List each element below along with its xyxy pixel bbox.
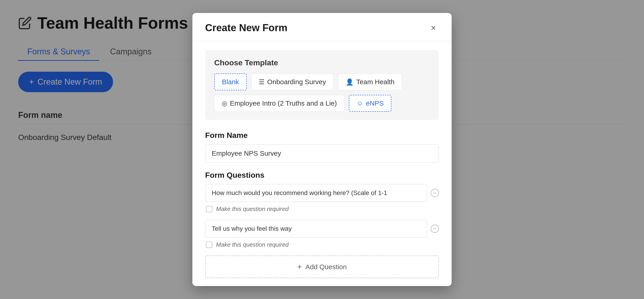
minus-circle-icon-2: − <box>431 225 439 233</box>
template-options: Blank ☰ Onboarding Survey 👤 Team Health … <box>214 74 430 112</box>
list-icon: ☰ <box>259 78 264 86</box>
modal-close-button[interactable]: × <box>428 22 439 33</box>
add-question-button[interactable]: + Add Question <box>205 255 439 278</box>
question-1-row: − <box>205 184 439 202</box>
form-name-input[interactable] <box>205 144 439 162</box>
modal-title: Create New Form <box>205 22 288 34</box>
template-employeeintro-button[interactable]: ◎ Employee Intro (2 Truths and a Lie) <box>214 95 344 112</box>
form-questions-label: Form Questions <box>205 171 439 180</box>
blank-label: Blank <box>222 78 239 86</box>
add-question-label: Add Question <box>306 263 347 271</box>
modal-header: Create New Form × <box>192 13 452 41</box>
question-1-input[interactable] <box>205 184 427 202</box>
enps-label: eNPS <box>366 99 384 107</box>
question-1-remove-button[interactable]: − <box>431 189 439 197</box>
question-1-group: − Make this question required <box>205 184 439 212</box>
employeeintro-label: Employee Intro (2 Truths and a Lie) <box>230 99 337 107</box>
create-form-modal: Create New Form × Choose Template Blank … <box>192 13 452 286</box>
template-enps-button[interactable]: ☺ eNPS <box>349 95 391 112</box>
minus-circle-icon: − <box>431 189 439 197</box>
teamhealth-label: Team Health <box>356 78 394 86</box>
template-onboarding-button[interactable]: ☰ Onboarding Survey <box>251 74 334 90</box>
question-2-input[interactable] <box>205 220 427 237</box>
template-blank-button[interactable]: Blank <box>214 74 247 90</box>
add-icon: + <box>297 262 302 271</box>
template-label: Choose Template <box>214 58 430 67</box>
smiley-icon: ☺ <box>356 100 363 107</box>
question-2-required-label: Make this question required <box>216 241 288 248</box>
form-name-section: Form Name <box>205 131 439 171</box>
question-2-group: − Make this question required <box>205 220 439 248</box>
question-2-remove-button[interactable]: − <box>431 225 439 233</box>
question-2-required-checkbox[interactable] <box>206 242 212 248</box>
question-1-required-checkbox[interactable] <box>206 206 212 212</box>
person-icon: 👤 <box>346 78 354 86</box>
modal-overlay: Create New Form × Choose Template Blank … <box>0 0 644 299</box>
template-teamhealth-button[interactable]: 👤 Team Health <box>338 74 402 90</box>
modal-body: Choose Template Blank ☰ Onboarding Surve… <box>192 41 452 286</box>
question-2-required-row: Make this question required <box>206 241 439 248</box>
circle-q-icon: ◎ <box>222 100 227 107</box>
onboarding-label: Onboarding Survey <box>267 78 326 86</box>
question-2-row: − <box>205 220 439 237</box>
form-name-label: Form Name <box>205 131 439 140</box>
question-1-required-label: Make this question required <box>216 205 288 212</box>
template-chooser: Choose Template Blank ☰ Onboarding Surve… <box>205 50 439 120</box>
form-questions-section: Form Questions − Make this question requ… <box>205 171 439 278</box>
question-1-required-row: Make this question required <box>206 205 439 212</box>
